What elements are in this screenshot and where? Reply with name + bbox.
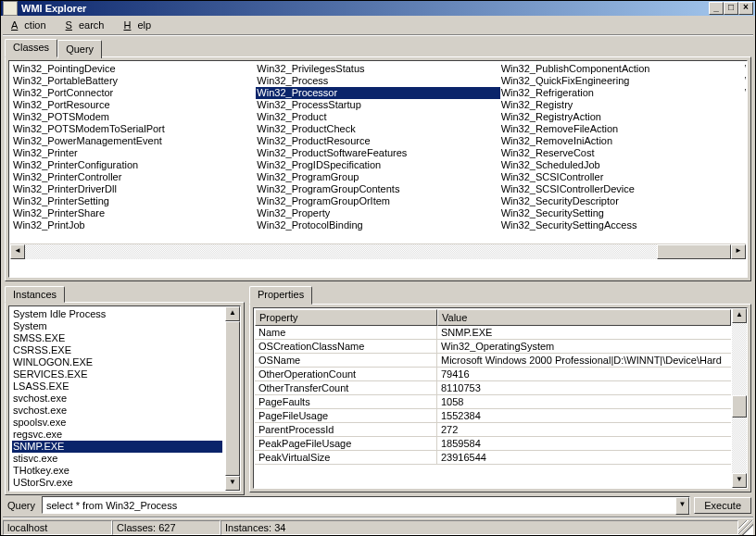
tab-query[interactable]: Query [57,40,102,58]
hscroll-thumb[interactable] [657,244,731,259]
class-item[interactable]: Win32_SecuritySettingOfLogicalFile [744,87,746,99]
class-item[interactable]: Win32_ReserveCost [500,147,744,159]
menu-help[interactable]: Help [117,18,164,32]
property-row[interactable]: PeakPageFileUsage1859584 [255,437,731,451]
class-item[interactable]: Win32_PortableBattery [12,75,256,87]
scroll-down-icon[interactable]: ▼ [225,476,240,491]
class-item[interactable]: Win32_RemoveFileAction [500,123,744,135]
class-item[interactable]: Win32_ProcessStartup [256,99,499,111]
class-item[interactable]: Win32_PrinterDriverDll [12,183,256,195]
tab-instances[interactable]: Instances [5,286,65,303]
class-item[interactable]: Win32_PortConnector [12,87,256,99]
instance-item[interactable]: WINLOGON.EXE [12,356,222,368]
execute-button[interactable]: Execute [694,497,751,514]
minimize-button[interactable]: _ [709,2,724,15]
property-row[interactable]: PageFileUsage1552384 [255,409,731,423]
class-item[interactable]: Win32_ProgramGroupContents [256,183,499,195]
property-row[interactable]: OSNameMicrosoft Windows 2000 Professiona… [255,354,731,368]
class-item[interactable]: Win32_Refrigeration [500,87,744,99]
class-item[interactable]: Win32_SecurityDescriptor [500,195,744,207]
class-item[interactable]: Win32_PowerManagementEvent [12,135,256,147]
class-item[interactable]: Win32_SCSIController [500,171,744,183]
instance-item[interactable]: svchost.exe [12,393,222,405]
class-item[interactable]: Win32_SecuritySettingAccess [500,219,744,231]
properties-vscroll[interactable]: ▲ ▼ [732,308,747,488]
property-row[interactable]: PeakVirtualSize23916544 [255,451,731,465]
class-item[interactable]: Win32_PrivilegesStatus [256,63,499,75]
class-item[interactable]: Win32_SCSIControllerDevice [500,183,744,195]
query-input[interactable] [43,497,675,513]
instance-item[interactable]: svchost.exe [12,405,222,417]
instances-list[interactable]: System Idle ProcessSystemSMSS.EXECSRSS.E… [10,307,224,490]
scroll-up-icon[interactable]: ▲ [732,308,747,323]
col-value[interactable]: Value [437,309,731,326]
class-item[interactable]: Win32_Printer [12,147,256,159]
instance-item[interactable]: stisvc.exe [12,453,222,465]
class-item[interactable]: Win32_PortResource [12,99,256,111]
vscroll-thumb[interactable] [225,321,240,476]
instance-item[interactable]: LSASS.EXE [12,380,222,393]
class-item[interactable]: Win32_PrinterShare [12,207,256,219]
vscroll-thumb[interactable] [732,395,747,418]
class-item[interactable]: Win32_Process [256,75,499,87]
instance-item[interactable]: System [12,320,222,332]
property-row[interactable]: OSCreationClassNameWin32_OperatingSystem [255,340,731,354]
class-item[interactable]: Win32_PrintJob [12,219,256,231]
menu-action[interactable]: Action [5,18,59,32]
class-item[interactable]: Win32_SecuritySettingGroup [744,75,746,87]
property-row[interactable]: NameSNMP.EXE [255,326,731,340]
tab-properties[interactable]: Properties [249,286,312,305]
class-item[interactable]: Win32_SecuritySetting [500,207,744,219]
instance-item[interactable]: SERVICES.EXE [12,368,222,380]
class-item[interactable]: Win32_ProductCheck [256,123,499,135]
class-item[interactable]: Win32_PointingDevice [12,63,256,75]
property-row[interactable]: OtherOperationCount79416 [255,368,731,381]
class-item[interactable]: Win32_ScheduledJob [500,159,744,171]
class-item[interactable]: Win32_Processor [256,87,499,99]
menu-search[interactable]: Search [59,18,118,32]
instance-item[interactable]: spoolsv.exe [12,417,222,429]
class-item[interactable]: Win32_QuickFixEngineering [500,75,744,87]
scroll-left-icon[interactable]: ◄ [10,244,25,259]
class-item[interactable]: Win32_PublishComponentAction [500,63,744,75]
class-item[interactable]: Win32_RegistryAction [500,111,744,123]
property-row[interactable]: OtherTransferCount8110753 [255,381,731,395]
class-item[interactable]: Win32_ProductResource [256,135,499,147]
classes-hscroll[interactable]: ◄ ► [10,243,746,258]
class-item[interactable]: Win32_Registry [500,99,744,111]
class-item[interactable]: Win32_PrinterSetting [12,195,256,207]
class-item[interactable]: Win32_POTSModem [12,111,256,123]
scroll-down-icon[interactable]: ▼ [732,473,747,488]
close-button[interactable]: × [738,2,753,15]
scroll-right-icon[interactable]: ► [731,244,746,259]
tab-classes[interactable]: Classes [5,39,57,57]
class-item[interactable]: Win32_RemoveIniAction [500,135,744,147]
class-item[interactable]: Win32_PrinterController [12,171,256,183]
class-item[interactable]: Win32_ProgramGroup [256,171,499,183]
col-property[interactable]: Property [255,309,437,326]
class-item[interactable]: Win32_ProgramGroupOrItem [256,195,499,207]
class-item[interactable]: Win32_Product [256,111,499,123]
class-item[interactable]: Win32_POTSModemToSerialPort [12,123,256,135]
instance-item[interactable]: regsvc.exe [12,429,222,441]
resize-grip[interactable] [738,520,753,535]
maximize-button[interactable]: □ [724,2,738,15]
instance-item[interactable]: SNMP.EXE [12,441,222,453]
class-item[interactable]: Win32_SecuritySettingAuditing [744,63,746,75]
instance-item[interactable]: System Idle Process [12,308,222,320]
property-row[interactable]: PageFaults1058 [255,395,731,409]
class-item[interactable]: Win32_ProductSoftwareFeatures [256,147,499,159]
classes-list[interactable]: Win32_PointingDeviceWin32_PortableBatter… [10,62,746,243]
properties-table[interactable]: NameSNMP.EXEOSCreationClassNameWin32_Ope… [255,326,731,465]
instances-vscroll[interactable]: ▲ ▼ [225,306,240,491]
instance-item[interactable]: CSRSS.EXE [12,344,222,356]
scroll-up-icon[interactable]: ▲ [225,306,240,321]
class-item[interactable]: Win32_ProgIDSpecification [256,159,499,171]
class-item[interactable]: Win32_PrinterConfiguration [12,159,256,171]
instance-item[interactable]: SMSS.EXE [12,332,222,344]
instance-item[interactable]: UStorSrv.exe [12,477,222,489]
class-item[interactable]: Win32_Property [256,207,499,219]
property-row[interactable]: ParentProcessId272 [255,423,731,437]
class-item[interactable]: Win32_ProtocolBinding [256,219,499,231]
instance-item[interactable]: THotkey.exe [12,465,222,477]
